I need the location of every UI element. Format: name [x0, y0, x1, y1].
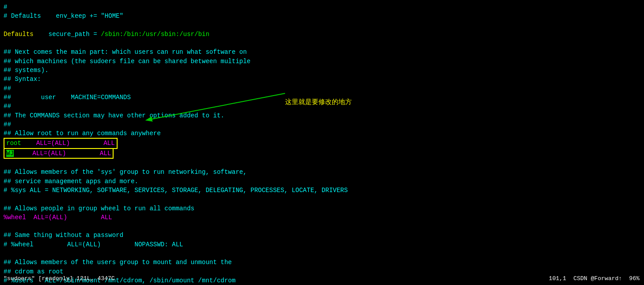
line-blank-6 [4, 249, 640, 258]
line-blank-4 [4, 195, 640, 204]
csdn-label: CSDN @Forward↑ [573, 275, 622, 283]
line-23: ## Allows people in group wheel to run a… [4, 204, 640, 213]
line-21: # %sys ALL = NETWORKING, SOFTWARE, SERVI… [4, 186, 640, 195]
line-root: root ALL=(ALL) ALL [4, 138, 118, 149]
line-blank-5 [4, 222, 640, 231]
line-13: ## The COMMANDS section may have other o… [4, 111, 640, 120]
line-7: ## which machines (the sudoers file can … [4, 57, 640, 66]
line-14: ## [4, 120, 640, 129]
line-wheel: %wheel ALL=(ALL) ALL [4, 213, 640, 222]
status-filename: "sudoers" [readonly] 121L, 4347C [4, 275, 115, 282]
line-2: # Defaults env_keep += "HOME" [4, 12, 640, 20]
line-15: ## Allow root to run any commands anywhe… [4, 129, 640, 138]
line-wj: WJ ALL=(ALL) ALL [4, 148, 114, 159]
line-4: Defaults secure_path = /sbin:/bin:/usr/s… [4, 30, 640, 39]
terminal: # # Defaults env_keep += "HOME" Defaults… [0, 0, 644, 285]
status-bar-right: 101,1 CSDN @Forward↑ 96% [549, 275, 640, 283]
cursor-position: 101,1 [549, 275, 566, 283]
line-19: ## Allows members of the 'sys' group to … [4, 168, 640, 177]
line-blank-1 [4, 21, 640, 30]
line-6: ## Next comes the main part: which users… [4, 48, 640, 56]
line-8: ## systems). [4, 66, 640, 75]
line-9: ## Syntax: [4, 75, 640, 84]
line-27: # %wheel ALL=(ALL) NOPASSWD: ALL [4, 240, 640, 249]
line-blank-2 [4, 39, 640, 48]
line-10: ## [4, 84, 640, 93]
line-29: ## Allows members of the users group to … [4, 258, 640, 267]
line-1: # [4, 3, 640, 12]
line-12: ## [4, 102, 640, 111]
zoom-level: 96% [629, 275, 640, 283]
line-blank-3 [4, 159, 640, 168]
status-bar-left: "sudoers" [readonly] 121L, 4347C [4, 275, 115, 283]
line-20: ## service management apps and more. [4, 177, 640, 186]
line-26: ## Same thing without a password [4, 231, 640, 240]
line-11: ## user MACHINE=COMMANDS [4, 93, 640, 102]
